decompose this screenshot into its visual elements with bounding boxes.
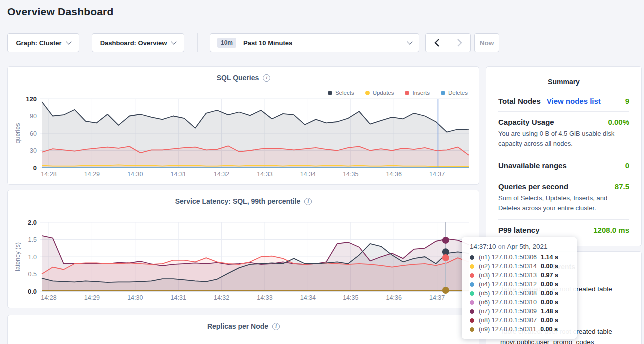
sql-queries-chart[interactable]: 030609012014:2814:2914:3014:3114:3214:33… — [8, 67, 480, 185]
node-address: (n7) 127.0.0.1:50309 — [479, 308, 537, 315]
node-color-dot-icon — [470, 291, 474, 296]
svg-text:14:34: 14:34 — [300, 171, 316, 178]
svg-text:0.0: 0.0 — [28, 288, 37, 295]
tooltip-node-row: (n3) 127.0.0.1:503130.97 s — [470, 271, 569, 280]
info-icon[interactable]: i — [263, 74, 270, 82]
svg-text:14:34: 14:34 — [300, 294, 316, 301]
svg-text:14:30: 14:30 — [127, 171, 143, 178]
service-latency-chart[interactable]: 0.00.51.01.52.014:2814:2914:3014:3114:32… — [8, 190, 480, 309]
info-icon[interactable]: i — [304, 198, 312, 205]
service-latency-card: Service Latency: SQL, 99th percentile i … — [7, 190, 479, 308]
node-color-dot-icon — [470, 264, 474, 269]
svg-text:latency (s): latency (s) — [14, 242, 21, 271]
summary-label: Capacity Usage — [498, 118, 554, 126]
svg-text:14:28: 14:28 — [41, 294, 56, 301]
summary-label: Unavailable ranges — [498, 161, 567, 170]
svg-text:14:31: 14:31 — [171, 171, 186, 178]
svg-text:14:36: 14:36 — [386, 294, 402, 301]
svg-text:2.0: 2.0 — [28, 219, 37, 226]
summary-value: 9 — [625, 97, 629, 105]
time-pager — [425, 33, 471, 52]
svg-text:14:37: 14:37 — [429, 171, 445, 178]
summary-label: Total Nodes — [498, 97, 541, 105]
node-latency-value: 0.00 s — [540, 326, 558, 333]
summary-panel: Summary Total NodesView nodes list9Capac… — [486, 66, 642, 246]
svg-text:1.0: 1.0 — [28, 254, 37, 261]
graph-dropdown[interactable]: Graph: Cluster — [7, 33, 79, 52]
legend-item-inserts: Inserts — [405, 90, 430, 96]
tooltip-time: 14:37:10 — [470, 243, 496, 250]
node-latency-value: 0.00 s — [541, 290, 558, 297]
node-color-dot-icon — [470, 273, 474, 278]
chart-hover-tooltip: 14:37:10 on Apr 5th, 2021 (n1) 127.0.0.1… — [462, 237, 577, 339]
summary-value: 1208.0 ms — [593, 226, 629, 234]
node-color-dot-icon — [470, 255, 474, 260]
node-color-dot-icon — [470, 327, 474, 332]
summary-row: Total NodesView nodes list9 — [498, 91, 629, 111]
next-time-button[interactable] — [448, 34, 470, 52]
node-latency-value: 0.97 s — [541, 272, 558, 279]
svg-text:14:36: 14:36 — [386, 171, 402, 178]
svg-text:30: 30 — [30, 147, 37, 154]
info-icon[interactable]: i — [272, 323, 280, 330]
legend-item-updates: Updates — [365, 90, 394, 96]
summary-label: P99 latency — [498, 226, 540, 234]
svg-text:14:33: 14:33 — [257, 294, 272, 301]
node-color-dot-icon — [470, 282, 474, 287]
legend-dot-icon — [365, 91, 370, 95]
now-button-label: Now — [480, 39, 494, 47]
svg-text:0.5: 0.5 — [28, 271, 37, 278]
legend-label: Deletes — [448, 90, 468, 96]
node-color-dot-icon — [470, 300, 474, 305]
summary-description: Sum of Selects, Updates, Inserts, and De… — [498, 193, 629, 213]
svg-text:14:35: 14:35 — [343, 294, 358, 301]
svg-text:120: 120 — [26, 95, 37, 103]
node-latency-value: 1.14 s — [541, 254, 558, 261]
node-color-dot-icon — [470, 318, 474, 323]
time-range-dropdown[interactable]: 10m Past 10 Minutes — [210, 33, 419, 52]
node-latency-value: 0.00 s — [541, 281, 558, 288]
tooltip-node-row: (n7) 127.0.0.1:503091.48 s — [470, 307, 569, 316]
now-button[interactable]: Now — [474, 33, 499, 52]
svg-text:14:32: 14:32 — [214, 294, 229, 301]
chevron-down-icon — [171, 39, 177, 44]
service-latency-title-row: Service Latency: SQL, 99th percentile i — [8, 197, 479, 205]
legend-dot-icon — [405, 91, 409, 95]
svg-text:queries: queries — [14, 123, 21, 144]
node-latency-value: 0.00 s — [541, 317, 558, 324]
legend-label: Inserts — [412, 90, 430, 96]
prev-time-button[interactable] — [426, 34, 448, 52]
tooltip-timestamp: 14:37:10 on Apr 5th, 2021 — [470, 243, 569, 250]
legend-dot-icon — [328, 91, 332, 95]
time-range-label: Past 10 Minutes — [243, 39, 292, 47]
tooltip-node-row: (n4) 127.0.0.1:503120.00 s — [470, 280, 569, 289]
dashboard-dropdown[interactable]: Dashboard: Overview — [92, 33, 184, 52]
summary-title: Summary — [486, 67, 641, 86]
summary-value: 0.00% — [608, 118, 629, 126]
view-nodes-list-link[interactable]: View nodes list — [547, 97, 601, 105]
replicas-title: Replicas per Node — [207, 322, 268, 330]
legend-dot-icon — [441, 91, 445, 95]
sql-queries-title-row: SQL Queries i — [8, 74, 479, 82]
legend-item-deletes: Deletes — [441, 90, 468, 96]
svg-text:1.5: 1.5 — [28, 236, 37, 243]
node-address: (n4) 127.0.0.1:50312 — [479, 281, 537, 288]
summary-label: Queries per second — [498, 182, 568, 191]
chevron-down-icon — [407, 39, 412, 44]
sql-queries-legend: SelectsUpdatesInsertsDeletes — [328, 90, 468, 96]
chevron-right-icon — [457, 38, 462, 47]
summary-row: Capacity Usage0.00%You are using 0 B of … — [498, 111, 629, 155]
node-address: (n6) 127.0.0.1:50310 — [479, 299, 537, 306]
node-address: (n9) 127.0.0.1:50311 — [479, 326, 536, 333]
svg-text:90: 90 — [30, 113, 37, 120]
tooltip-node-rows: (n1) 127.0.0.1:503061.14 s(n2) 127.0.0.1… — [470, 253, 569, 334]
sql-queries-card: SQL Queries i SelectsUpdatesInsertsDelet… — [7, 66, 479, 185]
legend-label: Updates — [373, 90, 394, 96]
node-color-dot-icon — [470, 309, 474, 314]
tooltip-node-row: (n9) 127.0.0.1:503110.00 s — [470, 325, 569, 334]
svg-text:14:29: 14:29 — [84, 171, 100, 178]
service-latency-title: Service Latency: SQL, 99th percentile — [175, 197, 301, 205]
node-latency-value: 1.48 s — [541, 308, 558, 315]
node-address: (n1) 127.0.0.1:50306 — [479, 254, 537, 261]
node-address: (n5) 127.0.0.1:50308 — [479, 290, 537, 297]
